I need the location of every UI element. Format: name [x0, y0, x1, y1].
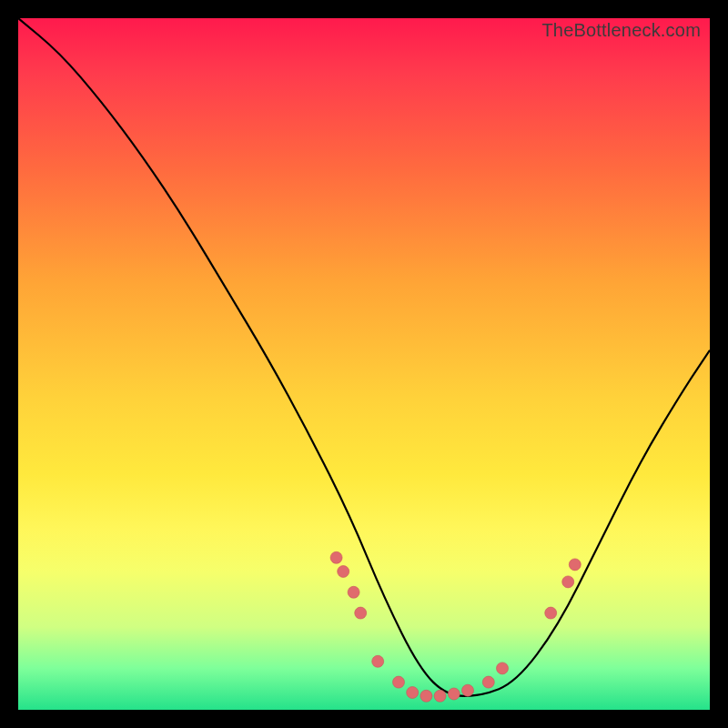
scatter-dot	[330, 551, 342, 563]
scatter-dot	[338, 566, 349, 578]
scatter-dot	[569, 559, 581, 571]
scatter-dot	[434, 690, 446, 702]
scatter-dot	[420, 690, 432, 702]
scatter-group	[330, 551, 581, 702]
scatter-dot	[462, 684, 474, 696]
chart-stage: TheBottleneck.com	[0, 0, 728, 728]
watermark-label: TheBottleneck.com	[541, 20, 701, 41]
chart-plot-area: TheBottleneck.com	[18, 18, 710, 710]
scatter-dot	[355, 607, 367, 619]
scatter-dot	[562, 576, 574, 588]
scatter-dot	[448, 688, 460, 700]
scatter-dot	[393, 676, 405, 688]
scatter-dot	[545, 607, 557, 619]
bottleneck-curve-path	[18, 18, 710, 696]
scatter-dot	[372, 655, 384, 667]
scatter-dot	[348, 586, 359, 598]
scatter-dot	[497, 662, 509, 674]
scatter-dot	[407, 687, 419, 699]
chart-svg	[18, 18, 710, 710]
scatter-dot	[482, 676, 494, 688]
